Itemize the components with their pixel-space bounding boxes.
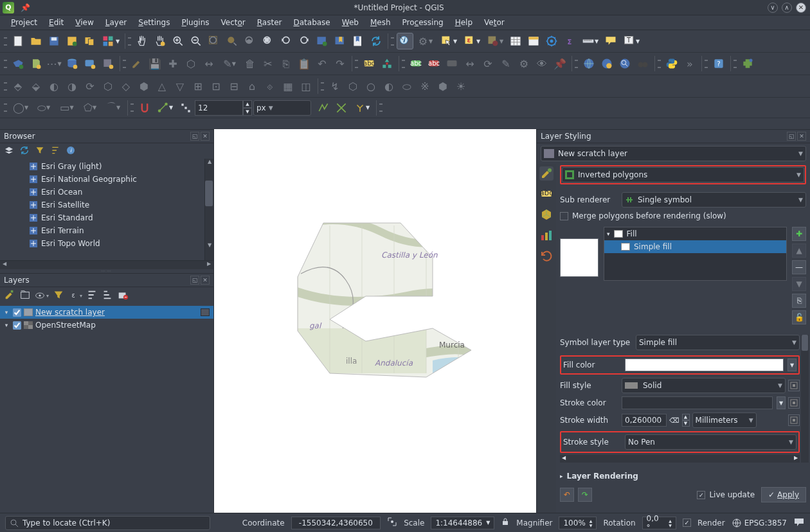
digitize-icon[interactable]: ⬡	[183, 55, 199, 72]
toolbar-grip[interactable]	[575, 57, 578, 71]
label-prop-icon[interactable]: ⚙	[516, 55, 532, 72]
refresh-browser-icon[interactable]	[19, 145, 30, 157]
scale-dropdown[interactable]: 1:14644886▼	[431, 517, 494, 529]
processing-toolbox-icon[interactable]	[543, 33, 560, 49]
shape-6[interactable]: ※	[417, 78, 433, 94]
field-calculator-icon[interactable]	[525, 33, 542, 49]
3d-tab-icon[interactable]	[539, 208, 554, 222]
adv-digitize-5[interactable]: ⟳	[82, 78, 98, 94]
diagram-tab-icon[interactable]	[539, 228, 554, 242]
stroke-color-button[interactable]	[622, 396, 773, 409]
menu-vector[interactable]: Vector	[215, 16, 251, 29]
props-vscroll[interactable]	[801, 335, 809, 463]
toolbar-grip[interactable]	[355, 57, 358, 71]
filter-layers-icon[interactable]	[53, 289, 64, 303]
renderer-dropdown[interactable]: Inverted polygons ▼	[562, 167, 804, 182]
label-diagram-icon[interactable]	[379, 55, 395, 72]
toolbar-grip[interactable]	[4, 101, 7, 115]
add-symbol-layer-button[interactable]: ✚	[792, 227, 806, 241]
measure-icon[interactable]: ▼	[579, 33, 601, 49]
browser-tree[interactable]: Esri Gray (light) Esri National Geograph…	[0, 159, 213, 260]
label-move-icon[interactable]: ↔	[462, 55, 478, 72]
new-bookmark-icon[interactable]	[332, 33, 348, 49]
undo-style-button[interactable]: ↶	[560, 488, 574, 502]
symbology-tab-icon[interactable]	[539, 166, 554, 181]
attribute-table-icon[interactable]	[507, 33, 524, 49]
move-down-button[interactable]: ▼	[792, 277, 806, 291]
panel-float-button[interactable]: ◱	[190, 132, 199, 141]
minimize-button[interactable]: ∨	[768, 3, 778, 13]
snap-arc-icon[interactable]: ⌒▼	[102, 100, 124, 116]
remove-symbol-layer-button[interactable]: —	[792, 260, 806, 274]
toolbar-grip[interactable]	[4, 34, 7, 48]
spin-up[interactable]: ▲	[243, 100, 252, 108]
menu-mesh[interactable]: Mesh	[364, 16, 397, 29]
adv-digitize-6[interactable]: ⬡	[100, 78, 116, 94]
select-by-value-icon[interactable]: ε▼	[461, 33, 483, 49]
plugin-icon[interactable]	[739, 55, 756, 72]
adv-digitize-12[interactable]: ⊡	[208, 78, 224, 94]
spin-down[interactable]: ▼	[682, 420, 690, 427]
zoom-native-icon[interactable]	[260, 33, 276, 49]
lock-scale-icon[interactable]	[501, 517, 510, 528]
add-layer-icon[interactable]	[4, 145, 14, 157]
snap-ellipse-icon[interactable]: ⬭▼	[33, 100, 55, 116]
adv-digitize-3[interactable]: ◐	[46, 78, 62, 94]
fill-node[interactable]: ▾Fill	[604, 227, 786, 240]
collapse-all-icon[interactable]	[50, 145, 60, 157]
shape-3[interactable]: ○	[363, 78, 379, 94]
zoom-out-icon[interactable]	[188, 33, 204, 49]
labels-tab-icon[interactable]: abc	[539, 187, 554, 201]
symbol-layer-type-dropdown[interactable]: Simple fill▼	[636, 335, 800, 350]
data-defined-override-button[interactable]	[788, 414, 800, 426]
open-layer-styling-icon[interactable]	[4, 289, 15, 303]
redo-icon[interactable]: ↷	[332, 55, 348, 72]
adv-digitize-13[interactable]: ⊟	[226, 78, 242, 94]
snapping-vertex-icon[interactable]	[177, 100, 194, 116]
label-rotate-icon[interactable]: ⟳	[480, 55, 496, 72]
text-annotation-icon[interactable]: T▼	[620, 33, 642, 49]
expression-filter-icon[interactable]: ε▾	[68, 290, 82, 301]
browser-hscroll[interactable]: ◀▶	[0, 260, 213, 269]
expand-toolbar-icon[interactable]: »	[681, 55, 698, 72]
menu-vetor[interactable]: Vetor	[478, 16, 510, 29]
shape-7[interactable]: ⬢	[435, 78, 451, 94]
stroke-width-input[interactable]	[622, 414, 667, 427]
locator-input[interactable]: Type to locate (Ctrl+K)	[5, 516, 210, 530]
snap-polygon-icon[interactable]: ⬠▼	[79, 100, 101, 116]
move-feature-icon[interactable]: ↔	[201, 55, 217, 72]
toolbar-grip[interactable]	[321, 79, 324, 93]
new-memory-layer-icon[interactable]	[100, 55, 116, 72]
label-highlight-icon[interactable]: abc	[408, 55, 424, 72]
extent-toggle-icon[interactable]	[387, 517, 397, 529]
apply-button[interactable]: ✓Apply	[761, 487, 806, 502]
paste-features-icon[interactable]: 📋	[296, 55, 312, 72]
toolbar-grip[interactable]	[4, 79, 7, 93]
menu-layer[interactable]: Layer	[100, 16, 132, 29]
shape-8[interactable]: ☀	[453, 78, 469, 94]
history-tab-icon[interactable]	[539, 249, 554, 263]
toolbar-grip[interactable]	[379, 101, 382, 115]
menu-raster[interactable]: Raster	[251, 16, 288, 29]
adv-digitize-1[interactable]: ⬘	[10, 78, 26, 94]
layout-manager-icon[interactable]	[82, 33, 98, 49]
open-project-icon[interactable]	[28, 33, 44, 49]
toolbar-grip[interactable]	[128, 34, 131, 48]
render-checkbox[interactable]: ✓	[683, 519, 691, 527]
fill-style-dropdown[interactable]: Solid▼	[622, 378, 786, 393]
layer-row-osm[interactable]: ▾ OpenStreetMap	[0, 319, 213, 332]
statistics-icon[interactable]: Σ	[561, 33, 578, 49]
map-tips-icon[interactable]	[602, 33, 619, 49]
web-quickmap-icon[interactable]	[598, 55, 615, 72]
toggle-edit-icon[interactable]	[129, 55, 145, 72]
add-group-icon[interactable]	[19, 289, 31, 303]
zoom-in-icon[interactable]	[170, 33, 186, 49]
panel-close-button[interactable]: ✕	[797, 132, 806, 141]
snapping-type-icon[interactable]: ▼	[154, 100, 176, 116]
snapping-enable-icon[interactable]	[136, 100, 153, 116]
expand-icon[interactable]: ▾	[3, 322, 10, 328]
snap-tolerance-input[interactable]: ▲▼	[195, 100, 252, 116]
spatial-bookmarks-icon[interactable]	[350, 33, 366, 49]
pan-to-selection-icon[interactable]	[152, 33, 168, 49]
style-manager-icon[interactable]: ▼	[100, 33, 122, 49]
